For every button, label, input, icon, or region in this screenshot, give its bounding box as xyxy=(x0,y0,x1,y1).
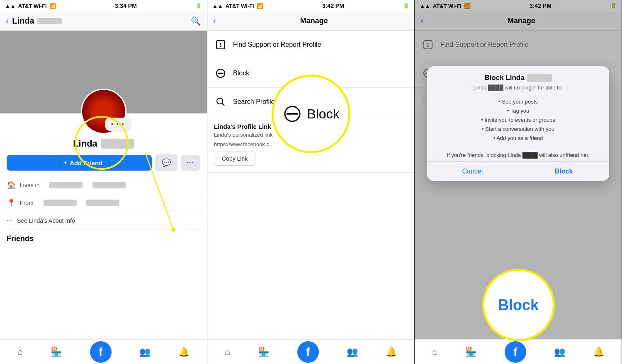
friends-heading: Friends xyxy=(0,229,207,245)
fb-logo-icon-p2: f xyxy=(306,345,310,359)
modal-body: • See your posts • Tag you • Invite you … xyxy=(427,94,609,149)
store-nav-icon-p2: 🏪 xyxy=(258,347,269,357)
about-item[interactable]: ··· See Linda's About Info xyxy=(7,212,200,229)
battery-icon: 🔋 xyxy=(196,3,202,9)
nav-home-p2[interactable]: ⌂ xyxy=(225,347,230,357)
block-dialog: Block Linda Linda ████ will no longer be… xyxy=(427,66,609,181)
profile-name: Linda xyxy=(7,138,200,149)
nav-marketplace-p1[interactable]: 🏪 xyxy=(51,347,62,357)
nav-title-name-p1: Linda xyxy=(12,16,34,26)
nav-bar-p1: ‹ Linda 🔍 xyxy=(0,12,207,31)
back-button-p1[interactable]: ‹ xyxy=(6,16,9,27)
home-nav-icon-p3: ⌂ xyxy=(432,347,437,357)
more-icon: ··· xyxy=(7,216,13,225)
status-bar-p2: ▲▲ AT&T Wi-Fi 📶 3:42 PM 🔋 xyxy=(207,0,414,12)
cancel-button-dialog[interactable]: Cancel xyxy=(427,162,518,181)
groups-nav-icon-p2: 👥 xyxy=(347,347,358,357)
person-add-icon: 👤+ xyxy=(56,159,67,166)
more-options-button-p1[interactable]: • • • xyxy=(105,118,130,131)
modal-subtitle: Linda ████ will no longer be able to: xyxy=(434,84,603,91)
from-item: 📍 From xyxy=(7,194,200,212)
groups-nav-icon-p3: 👥 xyxy=(554,347,565,357)
home-nav-icon: ⌂ xyxy=(17,347,23,357)
report-item-p2[interactable]: Find Support or Report Profile xyxy=(207,31,414,59)
status-time-p1: 3:34 PM xyxy=(115,2,137,9)
search-item-p2[interactable]: Search Profile xyxy=(207,88,414,116)
restriction-tag: • Tag you xyxy=(434,106,603,116)
report-icon-p2 xyxy=(214,38,227,51)
profile-link-section: Linda's Profile Link Linda's personalize… xyxy=(207,116,414,173)
profile-cover: • • • xyxy=(0,31,207,113)
fb-home-button-p3[interactable]: f xyxy=(505,341,526,363)
block-item-p2[interactable]: Block xyxy=(207,59,414,88)
action-buttons: 👤+ Add Friend 💬 ··· xyxy=(0,149,207,176)
store-nav-icon-p3: 🏪 xyxy=(465,347,476,357)
report-label-p2: Find Support or Report Profile xyxy=(233,41,321,48)
bell-nav-icon-p2: 🔔 xyxy=(386,347,397,357)
lives-in-blurred xyxy=(49,182,83,188)
nav-groups-p1[interactable]: 👥 xyxy=(139,347,151,357)
name-blurred xyxy=(101,139,134,149)
messenger-button[interactable]: 💬 xyxy=(155,154,177,171)
search-label-p2: Search Profile xyxy=(233,98,275,106)
block-button-dialog[interactable]: Block xyxy=(518,162,609,181)
groups-nav-icon: 👥 xyxy=(139,347,151,357)
modal-footer-note: If you're friends, blocking Linda ████ w… xyxy=(427,149,609,162)
nav-home-p1[interactable]: ⌂ xyxy=(17,347,23,357)
profile-name-section: Linda xyxy=(0,138,207,149)
search-icon-p2 xyxy=(214,95,227,108)
restriction-friend: • Add you as a friend xyxy=(434,134,603,143)
nav-groups-p2[interactable]: 👥 xyxy=(347,347,358,357)
add-friend-button[interactable]: 👤+ Add Friend xyxy=(7,155,152,171)
more-button-p1[interactable]: ··· xyxy=(181,155,200,171)
fb-logo-icon: f xyxy=(99,345,102,359)
profile-content: • • • Linda 👤+ Add Friend 💬 ··· xyxy=(0,31,207,339)
svg-point-6 xyxy=(217,98,223,104)
status-bar-p1: ▲▲ AT&T Wi-Fi 📶 3:34 PM 🔋 xyxy=(0,0,207,12)
avatar-wrap: • • • xyxy=(81,89,126,134)
search-icon-p1[interactable]: 🔍 xyxy=(191,16,201,26)
status-carrier-p1: ▲▲ AT&T Wi-Fi 📶 xyxy=(5,3,56,9)
nav-marketplace-p2[interactable]: 🏪 xyxy=(258,347,269,357)
nav-bar-p2: ‹ Manage xyxy=(207,12,414,31)
home-icon: 🏠 xyxy=(7,181,16,190)
messenger-icon: 💬 xyxy=(162,159,171,167)
status-battery-p1: 🔋 xyxy=(196,3,202,9)
from-blurred xyxy=(44,200,77,206)
copy-link-button[interactable]: Copy Link xyxy=(214,152,255,166)
block-label-p2: Block xyxy=(233,70,249,77)
restriction-posts: • See your posts xyxy=(434,97,603,106)
bottom-nav-p3: ⌂ 🏪 f 👥 🔔 xyxy=(415,339,622,364)
back-button-p2[interactable]: ‹ xyxy=(213,16,216,27)
battery-icon-p2: 🔋 xyxy=(403,3,409,9)
svg-point-4 xyxy=(220,46,221,47)
profile-link-title: Linda's Profile Link xyxy=(214,123,408,130)
fb-home-button-p1[interactable]: f xyxy=(90,341,112,363)
wifi-icon-p2: 📶 xyxy=(257,3,263,9)
location-icon: 📍 xyxy=(7,198,16,207)
signal-icon-p2: ▲▲ xyxy=(212,3,223,9)
bell-nav-icon: 🔔 xyxy=(178,347,190,357)
nav-notifications-p1[interactable]: 🔔 xyxy=(178,347,190,357)
lives-in-blurred2 xyxy=(92,182,126,188)
nav-home-p3[interactable]: ⌂ xyxy=(432,347,437,357)
fb-home-button-p2[interactable]: f xyxy=(297,341,319,363)
panel-block-dialog: ▲▲ AT&T Wi-Fi 📶 3:42 PM 🔋 ‹ Manage Find … xyxy=(415,0,622,364)
nav-marketplace-p3[interactable]: 🏪 xyxy=(465,347,476,357)
bottom-nav-p2: ⌂ 🏪 f 👥 🔔 xyxy=(207,339,414,364)
nav-notifications-p3[interactable]: 🔔 xyxy=(593,347,604,357)
svg-line-7 xyxy=(222,104,225,106)
modal-overlay: Block Linda Linda ████ will no longer be… xyxy=(415,0,622,364)
profile-link-subtitle: Linda's personalized link xyxy=(214,132,408,138)
wifi-icon: 📶 xyxy=(49,3,56,9)
restriction-events: • Invite you to events or groups xyxy=(434,116,603,125)
modal-title-section: Block Linda Linda ████ will no longer be… xyxy=(427,66,609,94)
block-icon-p2 xyxy=(214,67,227,80)
status-time-p2: 3:42 PM xyxy=(322,2,344,9)
nav-groups-p3[interactable]: 👥 xyxy=(554,347,565,357)
bell-nav-icon-p3: 🔔 xyxy=(593,347,604,357)
bottom-nav-p1: ⌂ 🏪 f 👥 🔔 xyxy=(0,339,207,364)
nav-notifications-p2[interactable]: 🔔 xyxy=(386,347,397,357)
nav-title-p2: Manage xyxy=(219,17,408,25)
lives-in-item: 🏠 Lives in xyxy=(7,176,200,194)
